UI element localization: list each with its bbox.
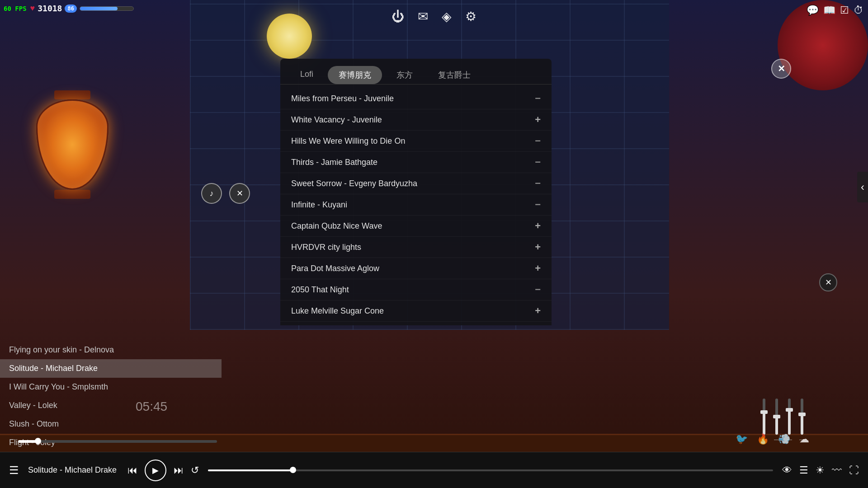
progress-knob[interactable] bbox=[35, 438, 41, 444]
xp-bar bbox=[80, 6, 134, 11]
lantern-left bbox=[27, 90, 118, 217]
media-overlay: ♪ ✕ bbox=[201, 183, 250, 204]
song-list: Miles from Perseu - Juvenile − White Vac… bbox=[280, 84, 552, 325]
left-playlist: Flying on your skin - Delnova Solitude -… bbox=[0, 341, 222, 452]
song-row[interactable]: Luke Melville Sugar Cone + bbox=[280, 300, 552, 322]
song-row[interactable]: Para Dot Massive Aglow + bbox=[280, 258, 552, 279]
slider-track[interactable] bbox=[788, 399, 791, 435]
checklist-icon[interactable]: ☑ bbox=[840, 5, 849, 16]
top-center-icons: ⏻ ✉ ◈ ⚙ bbox=[392, 9, 476, 24]
mail-icon[interactable]: ✉ bbox=[418, 9, 428, 24]
score: 31018 bbox=[38, 4, 62, 13]
timer-icon[interactable]: ⏱ bbox=[854, 5, 863, 16]
song-remove-btn[interactable]: − bbox=[535, 93, 541, 104]
fullscreen-icon[interactable]: ⛶ bbox=[849, 465, 859, 476]
song-title: Captain Qubz Nice Wave bbox=[291, 221, 382, 231]
song-add-btn[interactable]: + bbox=[535, 263, 541, 274]
side-close-button[interactable]: ✕ bbox=[819, 273, 837, 291]
next-track-button[interactable]: ⏭ bbox=[174, 465, 184, 476]
seek-bar[interactable] bbox=[208, 469, 773, 471]
tab-eastern[interactable]: 东方 bbox=[386, 66, 424, 84]
music-panel: Lofi 赛博朋克 东方 复古爵士 Miles from Perseu - Ju… bbox=[280, 59, 552, 325]
eye-icon[interactable]: 👁 bbox=[782, 465, 792, 476]
song-title: Infinite - Kuyani bbox=[291, 200, 347, 210]
song-row[interactable]: 2050 That Night − bbox=[280, 279, 552, 300]
repeat-button[interactable]: ↺ bbox=[191, 465, 199, 476]
song-title: Luke Melville Sugar Cone bbox=[291, 306, 384, 316]
bird-icon[interactable]: 🐦 bbox=[736, 433, 748, 445]
tab-cyberpunk[interactable]: 赛博朋克 bbox=[328, 66, 382, 84]
top-right-icons: 💬 📖 ☑ ⏱ bbox=[807, 5, 863, 16]
tab-lofi[interactable]: Lofi bbox=[289, 66, 324, 84]
song-remove-btn[interactable]: − bbox=[535, 284, 541, 296]
wind-icon[interactable]: 💨 bbox=[778, 433, 790, 445]
left-playlist-item-active[interactable]: Solitude - Michael Drake bbox=[0, 359, 222, 378]
settings-icon[interactable]: ⚙ bbox=[465, 9, 476, 24]
cloud-icon[interactable]: ☁ bbox=[799, 433, 809, 445]
play-pause-button[interactable]: ▶ bbox=[145, 460, 166, 481]
song-row[interactable]: Hills We Were Willing to Die On − bbox=[280, 131, 552, 152]
nature-icons: 🐦 🔥 💨 ☁ bbox=[736, 433, 809, 445]
x-icon: ✕ bbox=[825, 277, 832, 287]
song-row[interactable]: Infinite - Kuyani − bbox=[280, 194, 552, 216]
song-row[interactable]: Miles from Perseu - Juvenile − bbox=[280, 88, 552, 109]
song-row[interactable]: Captain Qubz Nice Wave + bbox=[280, 216, 552, 237]
book-icon[interactable]: 📖 bbox=[823, 5, 835, 16]
tab-vintage-jazz[interactable]: 复古爵士 bbox=[427, 66, 481, 84]
song-remove-btn[interactable]: − bbox=[535, 178, 541, 189]
waveform-icon[interactable]: 〰 bbox=[832, 465, 842, 476]
song-add-btn[interactable]: + bbox=[535, 220, 541, 232]
left-playlist-item[interactable]: I Will Carry You - Smplsmth bbox=[0, 378, 222, 396]
slider-track[interactable] bbox=[763, 399, 765, 435]
song-title: HVRDVR city lights bbox=[291, 243, 361, 252]
song-title: Miles from Perseu - Juvenile bbox=[291, 94, 394, 103]
song-title: White Vacancy - Juvenile bbox=[291, 115, 382, 125]
hud-top-left: 60 FPS ♥ 31018 86 bbox=[4, 4, 134, 13]
slider-knob[interactable] bbox=[798, 413, 806, 416]
music-icon: ♪ bbox=[210, 189, 214, 198]
music-toggle-btn[interactable]: ♪ bbox=[201, 183, 222, 204]
song-add-btn[interactable]: + bbox=[535, 241, 541, 253]
hamburger-menu-icon[interactable]: ☰ bbox=[9, 464, 19, 477]
fire-icon[interactable]: 🔥 bbox=[757, 433, 769, 445]
song-row[interactable]: HVRDVR city lights + bbox=[280, 237, 552, 258]
slider-track[interactable] bbox=[801, 399, 803, 435]
right-collapse-arrow[interactable]: ‹ bbox=[857, 172, 868, 202]
left-playlist-item[interactable]: Slush - Ottom bbox=[0, 415, 222, 433]
playback-controls: ⏮ ▶ ⏭ ↺ bbox=[127, 460, 199, 481]
progress-thumb[interactable] bbox=[290, 467, 296, 473]
heart-icon: ♥ bbox=[30, 4, 35, 13]
brightness-icon[interactable]: ☀ bbox=[816, 465, 825, 476]
power-icon[interactable]: ⏻ bbox=[392, 9, 404, 24]
song-row[interactable]: Thirds - Jamie Bathgate − bbox=[280, 152, 552, 173]
slider-fill bbox=[801, 414, 803, 435]
xp-bar-fill bbox=[80, 7, 118, 10]
camera-icon[interactable]: ◈ bbox=[442, 9, 452, 24]
slider-knob[interactable] bbox=[773, 415, 780, 418]
song-row[interactable]: White Vacancy - Juvenile + bbox=[280, 109, 552, 131]
slider-knob[interactable] bbox=[786, 408, 793, 412]
song-row[interactable]: Sweet Sorrow - Evgeny Bardyuzha − bbox=[280, 173, 552, 194]
song-add-btn[interactable]: + bbox=[535, 114, 541, 126]
panel-close-button[interactable]: ✕ bbox=[771, 59, 791, 79]
slider-fill bbox=[788, 410, 791, 435]
health-section: ♥ 31018 86 bbox=[30, 4, 134, 13]
slider-fill bbox=[775, 417, 778, 435]
left-playlist-item[interactable]: Valley - Lolek bbox=[0, 396, 222, 415]
slider-track[interactable] bbox=[775, 399, 778, 435]
progress-bar[interactable] bbox=[18, 440, 217, 443]
song-remove-btn[interactable]: − bbox=[535, 199, 541, 211]
close-media-btn[interactable]: ✕ bbox=[229, 183, 250, 204]
progress-fill bbox=[208, 469, 293, 471]
slider-knob[interactable] bbox=[760, 410, 768, 414]
chat-icon[interactable]: 💬 bbox=[807, 5, 819, 16]
song-remove-btn[interactable]: − bbox=[535, 135, 541, 147]
song-add-btn[interactable]: + bbox=[535, 305, 541, 317]
progress-time: 05:45 bbox=[136, 399, 167, 414]
prev-track-button[interactable]: ⏮ bbox=[127, 465, 137, 476]
song-remove-btn[interactable]: − bbox=[535, 156, 541, 168]
progress-track[interactable] bbox=[208, 469, 773, 471]
list-icon[interactable]: ☰ bbox=[799, 465, 808, 476]
left-playlist-item[interactable]: Flying on your skin - Delnova bbox=[0, 341, 222, 359]
song-title: 2050 That Night bbox=[291, 285, 349, 295]
